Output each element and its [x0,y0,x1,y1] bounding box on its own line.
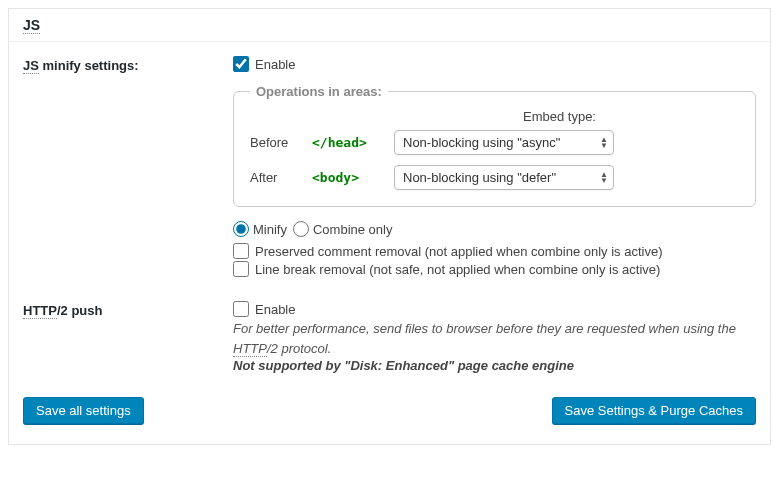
js-enable-checkbox[interactable] [233,56,249,72]
ops-row-after: After <body> Non-blocking using "defer" … [250,165,739,190]
combine-radio-wrap[interactable]: Combine only [293,221,393,237]
ops-row-before: Before </head> Non-blocking using "async… [250,130,739,155]
js-minify-row: JS minify settings: Enable Operations in… [23,56,756,279]
pos-before-label: Before [250,135,300,150]
tag-body: <body> [312,170,382,185]
preserved-comment-label: Preserved comment removal (not applied w… [255,244,663,259]
combine-radio-label: Combine only [313,222,393,237]
js-minify-content: Enable Operations in areas: Embed type: … [233,56,756,279]
http2-enable-checkbox[interactable] [233,301,249,317]
embed-select-before[interactable]: Non-blocking using "async" [394,130,614,155]
operations-legend: Operations in areas: [250,84,388,99]
minify-radio-wrap[interactable]: Minify [233,221,287,237]
minify-radio[interactable] [233,221,249,237]
linebreak-label: Line break removal (not safe, not applie… [255,262,660,277]
embed-select-after[interactable]: Non-blocking using "defer" [394,165,614,190]
http2-help-text: For better performance, send files to br… [233,319,756,358]
http2-row: HTTP/2 push Enable For better performanc… [23,301,756,373]
operations-fieldset: Operations in areas: Embed type: Before … [233,84,756,207]
combine-radio[interactable] [293,221,309,237]
http2-label: HTTP/2 push [23,301,233,318]
save-all-button[interactable]: Save all settings [23,397,144,424]
panel-body: JS minify settings: Enable Operations in… [9,42,770,444]
panel-header: JS [9,9,770,42]
js-settings-panel: JS JS minify settings: Enable Operations… [8,8,771,445]
minify-radio-label: Minify [253,222,287,237]
js-minify-label: JS minify settings: [23,56,233,73]
preserved-comment-checkbox[interactable] [233,243,249,259]
http2-enable-label: Enable [255,302,295,317]
http2-not-supported: Not supported by "Disk: Enhanced" page c… [233,358,756,373]
js-enable-label: Enable [255,57,295,72]
http2-content: Enable For better performance, send file… [233,301,756,373]
linebreak-checkbox[interactable] [233,261,249,277]
save-purge-button[interactable]: Save Settings & Purge Caches [552,397,757,424]
pos-after-label: After [250,170,300,185]
button-row: Save all settings Save Settings & Purge … [23,397,756,424]
panel-title: JS [23,17,756,33]
embed-type-header: Embed type: [380,109,739,124]
minify-mode-group: Minify Combine only [233,221,756,237]
tag-head: </head> [312,135,382,150]
